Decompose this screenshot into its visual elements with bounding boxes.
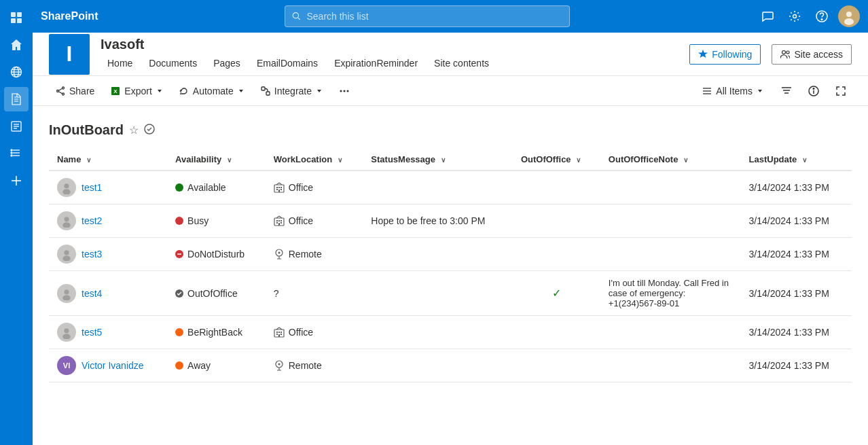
svg-point-21 (293, 13, 298, 18)
settings-icon[interactable] (784, 5, 806, 27)
svg-point-18 (11, 155, 12, 156)
svg-line-35 (58, 91, 62, 93)
more-icon (339, 86, 350, 96)
topbar-actions (757, 5, 860, 27)
content-area: InOutBoard ☆ Name ∨ Availability (33, 106, 868, 445)
table-row: VI Victor Ivanidze Away Remote 3/14/2024… (49, 349, 852, 382)
filter-button[interactable] (776, 80, 797, 102)
svg-rect-2 (11, 18, 16, 23)
svg-point-74 (64, 250, 69, 255)
col-worklocation[interactable]: WorkLocation ∨ (266, 149, 363, 171)
svg-rect-57 (276, 189, 278, 190)
location-cell: ? (274, 288, 355, 299)
col-outofoffice[interactable]: OutOfOffice ∨ (513, 149, 600, 171)
export-button[interactable]: X Export (104, 82, 169, 101)
integrate-button[interactable]: Integrate (254, 82, 329, 101)
avatar (57, 245, 76, 264)
lastupdate-cell: 3/14/2024 1:33 PM (741, 349, 852, 382)
col-outofficenote[interactable]: OutOfOfficeNote ∨ (600, 149, 741, 171)
all-items-button[interactable]: All Items (695, 82, 770, 101)
statusmessage-cell (363, 316, 513, 349)
add-icon[interactable] (4, 168, 29, 193)
nav-pages[interactable]: Pages (206, 55, 247, 71)
expand-button[interactable] (830, 80, 852, 102)
worklocation-cell: Remote (266, 238, 363, 271)
statusmessage-cell (363, 271, 513, 316)
chat-icon[interactable] (757, 5, 778, 27)
user-avatar[interactable] (838, 5, 860, 27)
search-input[interactable] (306, 11, 562, 22)
nav-expirationreminder[interactable]: ExpirationReminder (327, 55, 424, 71)
col-name[interactable]: Name ∨ (49, 149, 167, 171)
office-icon (274, 182, 285, 193)
svg-point-30 (786, 51, 789, 54)
table-row: test4 OutOfOffice ? ✓ I'm out till Monda… (49, 271, 852, 316)
pages-icon[interactable] (4, 114, 29, 139)
status-dot (175, 217, 183, 225)
share-icon (56, 86, 65, 96)
more-button[interactable] (332, 82, 357, 101)
statusmessage-cell (363, 349, 513, 382)
office-icon (274, 327, 285, 338)
svg-rect-1 (17, 12, 22, 17)
search-box[interactable] (285, 5, 570, 27)
svg-point-80 (62, 295, 70, 300)
share-button[interactable]: Share (49, 82, 101, 101)
nav-emaildomains[interactable]: EmailDomains (250, 55, 325, 71)
location-cell: Remote (274, 360, 355, 371)
svg-rect-58 (281, 189, 282, 190)
export-icon: X (111, 86, 120, 96)
apps-icon[interactable] (4, 5, 29, 30)
svg-point-82 (64, 328, 69, 333)
toolbar: Share X Export Automate (33, 76, 868, 106)
svg-point-64 (175, 217, 183, 225)
outofficenote-cell: I'm out till Monday. Call Fred in case o… (600, 271, 741, 316)
svg-rect-38 (261, 87, 265, 90)
nav-documents[interactable]: Documents (142, 55, 204, 71)
svg-line-34 (58, 88, 62, 90)
col-lastupdate[interactable]: LastUpdate ∨ (741, 149, 852, 171)
automate-button[interactable]: Automate (173, 82, 251, 101)
svg-rect-0 (11, 12, 16, 17)
all-items-chevron-icon (757, 88, 763, 94)
home-icon[interactable] (4, 33, 29, 57)
svg-rect-3 (17, 18, 22, 23)
worklocation-cell: Office (266, 171, 363, 204)
list-title: InOutBoard (49, 122, 124, 138)
document-icon[interactable] (4, 87, 29, 111)
name-cell: test3 (49, 238, 167, 271)
table-row: test2 Busy Office Hope to be free to 3:0… (49, 204, 852, 238)
site-access-button[interactable]: Site access (772, 44, 852, 65)
favorite-icon[interactable]: ☆ (129, 124, 139, 137)
statusmessage-cell (363, 171, 513, 204)
svg-point-50 (64, 183, 69, 188)
left-sidebar (0, 0, 33, 445)
svg-rect-70 (281, 222, 282, 224)
svg-point-41 (344, 90, 346, 92)
svg-point-29 (782, 50, 786, 54)
availability-cell: OutOfOffice (167, 271, 266, 316)
remote-icon (274, 360, 285, 371)
table-row: test5 BeRightBack Office 3/14/2024 1:33 … (49, 316, 852, 349)
nav-site-contents[interactable]: Site contents (427, 55, 496, 71)
integrate-label: Integrate (274, 86, 312, 96)
svg-point-62 (64, 217, 69, 221)
view-icon (702, 86, 712, 96)
following-label: Following (712, 49, 752, 60)
svg-line-22 (298, 18, 300, 20)
col-availability[interactable]: Availability ∨ (167, 149, 266, 171)
table-header-row: Name ∨ Availability ∨ WorkLocation ∨ Sta… (49, 149, 852, 171)
col-statusmessage[interactable]: StatusMessage ∨ (363, 149, 513, 171)
info-button[interactable] (803, 80, 825, 102)
svg-point-42 (347, 90, 349, 92)
worklocation-sort-icon: ∨ (338, 156, 342, 164)
list-icon[interactable] (4, 141, 29, 166)
globe-icon[interactable] (4, 60, 29, 84)
nav-home[interactable]: Home (101, 55, 139, 71)
following-button[interactable]: Following (689, 44, 761, 65)
help-icon[interactable] (811, 5, 833, 27)
lastupdate-cell: 3/14/2024 1:33 PM (741, 204, 852, 238)
name-sort-icon: ∨ (86, 156, 91, 164)
svg-point-95 (278, 363, 280, 366)
status-icon[interactable] (144, 124, 155, 137)
